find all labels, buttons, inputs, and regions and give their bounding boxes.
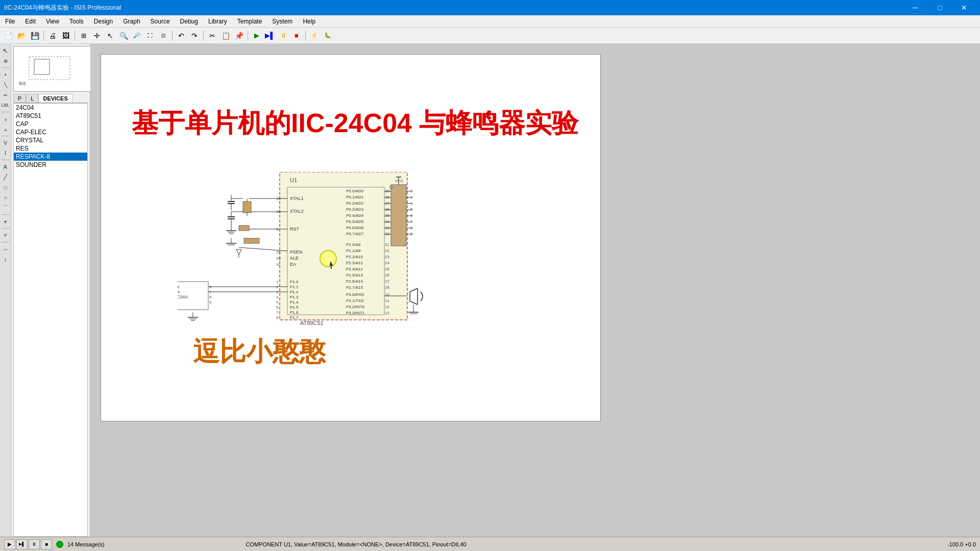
zoom-all-button[interactable]: ⊡ (157, 30, 169, 42)
device-item-cap[interactable]: CAP (14, 120, 87, 128)
svg-text:25: 25 (385, 267, 389, 271)
pointer-tool[interactable]: ↖ (1, 46, 10, 55)
cut-button[interactable]: ✂ (206, 30, 218, 42)
menu-debug[interactable]: Debug (175, 15, 203, 27)
label-tool[interactable]: LBL (1, 101, 10, 110)
canvas-area[interactable]: 基于单片机的IIC-24C04 与蜂鸣器实验 逗比小憨憨 U1 AT89C51 … (90, 44, 980, 537)
svg-text:P3.2/INT0: P3.2/INT0 (346, 305, 365, 309)
title-bold: IIC-24C04 (291, 108, 412, 138)
undo-button[interactable]: ↶ (175, 30, 187, 42)
grid-button[interactable]: ⊞ (78, 30, 90, 42)
svg-text:P1.3: P1.3 (290, 295, 299, 299)
svg-point-160 (320, 251, 336, 267)
pause-button[interactable]: ⏸ (29, 539, 40, 549)
redo-button[interactable]: ↷ (188, 30, 201, 42)
menu-library[interactable]: Library (203, 15, 232, 27)
zoom-in-button[interactable]: 🔍 (117, 30, 130, 42)
power-tool[interactable]: ⏚ (1, 114, 10, 123)
svg-text:P3.0/RXD: P3.0/RXD (346, 292, 364, 297)
toolbar: 📄 📂 💾 🖨 🖼 ⊞ ✛ ↖ 🔍 🔎 ⛶ ⊡ ↶ ↷ ✂ 📋 📌 ▶ ▶▌ ⏸… (0, 28, 980, 44)
svg-text:4: 4 (410, 201, 413, 206)
statusbar: ▶ ▶▌ ⏸ ■ 14 Message(s) COMPONENT U1, Val… (0, 537, 980, 551)
menu-design[interactable]: Design (89, 15, 118, 27)
menu-edit[interactable]: Edit (20, 15, 41, 27)
step-button[interactable]: ▶▌ (264, 30, 276, 42)
play-button[interactable]: ▶ (4, 539, 15, 549)
zoom-out-button[interactable]: 🔎 (131, 30, 143, 42)
cross-button[interactable]: ✛ (91, 30, 103, 42)
copy-button[interactable]: 📋 (219, 30, 232, 42)
svg-text:3: 3 (410, 195, 413, 199)
svg-text:P2.5/A13: P2.5/A13 (346, 273, 363, 278)
stop-button[interactable]: ■ (41, 539, 52, 549)
svg-text:12: 12 (385, 305, 389, 309)
debug-button[interactable]: 🐛 (322, 30, 334, 42)
menu-view[interactable]: View (41, 15, 64, 27)
tab-p[interactable]: P (13, 94, 26, 103)
open-button[interactable]: 📂 (15, 30, 28, 42)
plus-tool[interactable]: + (1, 217, 10, 226)
menu-system[interactable]: System (267, 15, 298, 27)
menu-source[interactable]: Source (145, 15, 175, 27)
horiz-tool[interactable]: ↔ (1, 244, 10, 254)
ground-tool[interactable]: ⏛ (1, 124, 10, 134)
device-item-24c04[interactable]: 24C04 (14, 104, 87, 112)
paste-button[interactable]: 📌 (233, 30, 245, 42)
status-indicator (56, 541, 63, 548)
menu-tools[interactable]: Tools (64, 15, 89, 27)
tab-devices[interactable]: DEVICES (38, 94, 72, 103)
minimize-button[interactable]: ─ (903, 0, 927, 15)
device-item-cap-elec[interactable]: CAP-ELEC (14, 128, 87, 136)
circuit-diagram: U1 AT89C51 XTAL1 XTAL2 RST PSEN ALE EA P… (178, 172, 463, 345)
window-controls[interactable]: ─ □ ✕ (903, 0, 976, 15)
run-button[interactable]: ▶ (251, 30, 263, 42)
new-button[interactable]: 📄 (2, 30, 14, 42)
device-item-at89c51[interactable]: AT89C51 (14, 112, 87, 120)
probe-voltage-tool[interactable]: V (1, 138, 10, 147)
device-item-res[interactable]: RES (14, 144, 87, 153)
num-tool[interactable]: # (1, 231, 10, 240)
svg-marker-129 (236, 249, 241, 255)
stop-button[interactable]: ■ (290, 30, 303, 42)
text-tool[interactable]: A (1, 162, 10, 171)
menu-template[interactable]: Template (232, 15, 267, 27)
zoom-fit-button[interactable]: ⛶ (144, 30, 156, 42)
svg-text:8: 8 (410, 226, 413, 230)
device-item-sounder[interactable]: SOUNDER (14, 161, 87, 169)
maximize-button[interactable]: □ (928, 0, 951, 15)
probe-current-tool[interactable]: I (1, 148, 10, 158)
save-button[interactable]: 💾 (29, 30, 41, 42)
svg-text:2: 2 (410, 189, 413, 193)
menu-help[interactable]: Help (298, 15, 321, 27)
svg-text:RST: RST (290, 227, 300, 232)
device-item-respack8[interactable]: RESPACK-8 (14, 153, 87, 161)
select-button[interactable]: ↖ (104, 30, 116, 42)
box-tool[interactable]: □ (1, 183, 10, 192)
component-tool[interactable]: ⊕ (1, 56, 10, 65)
svg-text:A2  SDA: A2 SDA (178, 290, 180, 294)
titlebar: IIC-24C04与蜂鸣器实验 - ISIS Professional ─ □ … (0, 0, 980, 15)
svg-text:P2.2/A10: P2.2/A10 (346, 255, 363, 259)
arc-tool[interactable]: ⌒ (1, 203, 10, 212)
print-button[interactable]: 🖨 (46, 30, 59, 42)
probe-button[interactable]: ⚡ (308, 30, 321, 42)
tab-l[interactable]: L (26, 94, 38, 103)
svg-text:28: 28 (385, 285, 389, 290)
menu-file[interactable]: File (0, 15, 20, 27)
device-list[interactable]: 24C04 AT89C51 CAP CAP-ELEC CRYSTAL RES R… (13, 103, 88, 537)
circle-tool[interactable]: ○ (1, 193, 10, 202)
wire-tool[interactable]: ╲ (1, 80, 10, 89)
device-item-crystal[interactable]: CRYSTAL (14, 136, 87, 144)
bus-tool[interactable]: ═ (1, 90, 10, 99)
print-preview-button[interactable]: 🖼 (60, 30, 72, 42)
close-button[interactable]: ✕ (952, 0, 976, 15)
svg-text:P2.3/A11: P2.3/A11 (346, 261, 363, 265)
svg-text:31: 31 (276, 262, 281, 267)
vert-tool[interactable]: ↕ (1, 255, 10, 264)
pause-button[interactable]: ⏸ (277, 30, 289, 42)
menu-graph[interactable]: Graph (118, 15, 145, 27)
step-button[interactable]: ▶▌ (16, 539, 28, 549)
main-layout: ↖ ⊕ • ╲ ═ LBL ⏚ ⏛ V I A ╱ □ ○ ⌒ + # ↔ ↕ (0, 44, 980, 537)
junction-tool[interactable]: • (1, 70, 10, 79)
line-tool[interactable]: ╱ (1, 172, 10, 182)
